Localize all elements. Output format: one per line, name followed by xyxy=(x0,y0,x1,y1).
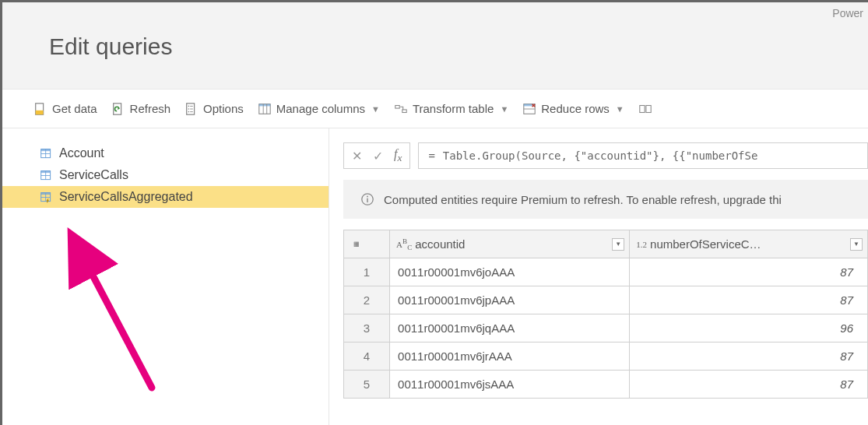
chevron-down-icon: ▼ xyxy=(371,104,380,114)
query-item-label: ServiceCallsAggregated xyxy=(59,190,193,204)
options-label: Options xyxy=(203,102,244,115)
svg-rect-15 xyxy=(402,109,406,112)
brand-label: Power xyxy=(832,7,863,19)
table-row[interactable]: 50011r00001mv6jsAAA87 xyxy=(344,371,868,399)
table-icon xyxy=(40,191,53,204)
svg-rect-21 xyxy=(640,105,645,112)
svg-point-4 xyxy=(188,105,190,107)
premium-notice: Computed entities require Premium to ref… xyxy=(343,180,868,219)
formula-text: Table.Group(Source, {"accountid"}, {{"nu… xyxy=(443,149,758,162)
notice-text: Computed entities require Premium to ref… xyxy=(384,193,782,206)
chevron-down-icon: ▼ xyxy=(616,104,624,114)
combine-button[interactable] xyxy=(638,102,652,116)
row-number: 4 xyxy=(344,342,390,371)
refresh-button[interactable]: Refresh xyxy=(111,102,171,116)
formula-input[interactable]: = Table.Group(Source, {"accountid"}, {{"… xyxy=(418,142,868,169)
svg-rect-37 xyxy=(367,198,367,202)
cell-value[interactable]: 87 xyxy=(630,342,868,371)
reduce-rows-icon xyxy=(522,102,536,116)
query-item-servicecallsaggregated[interactable]: ServiceCallsAggregated xyxy=(2,186,329,208)
transform-table-button[interactable]: Transform table ▼ xyxy=(394,102,508,116)
filter-dropdown-icon[interactable]: ▼ xyxy=(612,238,624,251)
combine-icon xyxy=(638,102,652,116)
cell-accountid[interactable]: 0011r00001mv6jrAAA xyxy=(390,342,630,371)
manage-columns-label: Manage columns xyxy=(276,102,365,115)
cell-accountid[interactable]: 0011r00001mv6joAAA xyxy=(390,258,630,286)
type-number-icon: 1.2 xyxy=(636,240,647,249)
row-number: 5 xyxy=(344,371,390,399)
query-item-account[interactable]: Account xyxy=(2,142,329,164)
formula-bar: ✕ ✓ fx = Table.Group(Source, {"accountid… xyxy=(343,142,868,169)
fx-icon[interactable]: fx xyxy=(394,147,402,164)
reduce-rows-label: Reduce rows xyxy=(541,102,610,115)
query-item-label: Account xyxy=(59,146,104,160)
table-row[interactable]: 20011r00001mv6jpAAA87 xyxy=(344,286,868,314)
queries-sidebar: AccountServiceCallsServiceCallsAggregate… xyxy=(2,128,329,425)
cell-accountid[interactable]: 0011r00001mv6jpAAA xyxy=(390,286,630,314)
formula-cancel-icon[interactable]: ✕ xyxy=(352,149,362,163)
options-icon xyxy=(184,102,199,116)
cell-value[interactable]: 96 xyxy=(630,314,868,342)
column-header-numberofservicecalls[interactable]: 1.2 numberOfServiceC… ▼ xyxy=(630,230,868,258)
main-area: AccountServiceCallsServiceCallsAggregate… xyxy=(2,128,868,425)
cell-value[interactable]: 87 xyxy=(630,371,868,399)
svg-rect-14 xyxy=(395,105,399,108)
type-text-icon: ABC xyxy=(396,237,412,251)
transform-table-label: Transform table xyxy=(413,102,494,115)
formula-controls: ✕ ✓ fx xyxy=(343,142,410,169)
row-number: 1 xyxy=(344,258,390,286)
chevron-down-icon: ▼ xyxy=(500,104,508,114)
toolbar: Get data Refresh Options Manage columns … xyxy=(2,90,868,128)
page-plus-icon xyxy=(33,102,47,116)
refresh-icon xyxy=(111,102,125,116)
get-data-label: Get data xyxy=(52,102,97,115)
content-area: ✕ ✓ fx = Table.Group(Source, {"accountid… xyxy=(329,128,868,425)
cell-accountid[interactable]: 0011r00001mv6jsAAA xyxy=(390,371,630,399)
column-label: accountid xyxy=(415,237,609,251)
cell-value[interactable]: 87 xyxy=(630,286,868,314)
table-menu-icon[interactable]: ▦ xyxy=(350,238,363,251)
formula-eq: = xyxy=(428,149,434,162)
page-title: Edit queries xyxy=(49,2,868,60)
row-number: 3 xyxy=(344,314,390,342)
svg-point-5 xyxy=(188,108,190,110)
manage-columns-button[interactable]: Manage columns ▼ xyxy=(258,102,380,116)
info-icon xyxy=(360,192,374,206)
transform-icon xyxy=(394,102,408,116)
column-label: numberOfServiceC… xyxy=(650,237,847,251)
cell-accountid[interactable]: 0011r00001mv6jqAAA xyxy=(390,314,630,342)
table-icon xyxy=(40,147,53,160)
table-row[interactable]: 30011r00001mv6jqAAA96 xyxy=(344,314,868,342)
svg-rect-1 xyxy=(36,110,44,114)
table-columns-icon xyxy=(258,102,272,116)
cell-value[interactable]: 87 xyxy=(630,258,868,286)
options-button[interactable]: Options xyxy=(184,102,244,116)
query-item-label: ServiceCalls xyxy=(59,168,128,182)
table-row[interactable]: 10011r00001mv6joAAA87 xyxy=(344,258,868,286)
table-corner[interactable]: ▦ xyxy=(344,230,390,258)
table-icon xyxy=(40,169,53,182)
filter-dropdown-icon[interactable]: ▼ xyxy=(850,238,863,251)
svg-rect-11 xyxy=(259,104,270,106)
svg-point-6 xyxy=(188,111,190,112)
formula-accept-icon[interactable]: ✓ xyxy=(373,149,383,163)
row-number: 2 xyxy=(344,286,390,314)
query-item-servicecalls[interactable]: ServiceCalls xyxy=(2,164,329,186)
reduce-rows-button[interactable]: Reduce rows ▼ xyxy=(522,102,624,116)
header: Power Edit queries xyxy=(2,2,868,90)
data-table: ▦ ABC accountid ▼ 1.2 numberOfServiceC… xyxy=(343,230,868,399)
svg-rect-22 xyxy=(646,105,651,112)
svg-point-36 xyxy=(367,196,368,198)
table-row[interactable]: 40011r00001mv6jrAAA87 xyxy=(344,342,868,371)
get-data-button[interactable]: Get data xyxy=(33,102,97,116)
refresh-label: Refresh xyxy=(130,102,171,115)
column-header-accountid[interactable]: ABC accountid ▼ xyxy=(390,230,630,258)
